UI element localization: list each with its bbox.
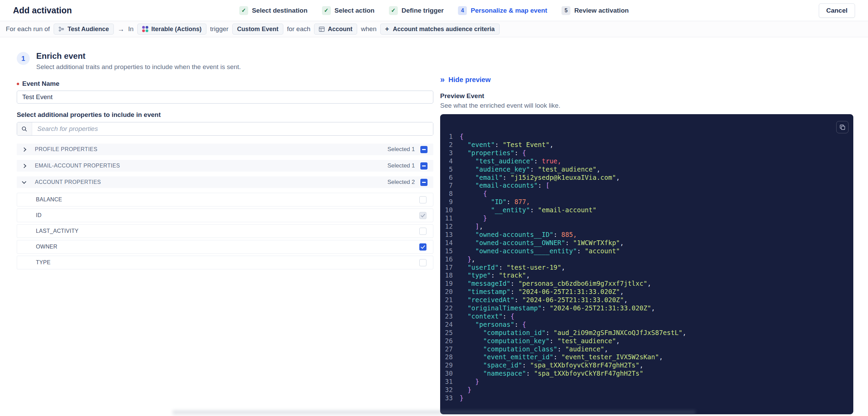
audience-chip[interactable]: Test Audience	[54, 24, 114, 35]
line-number: 8	[440, 190, 460, 198]
code-line: 8 {	[440, 190, 853, 198]
code-line: 15 "owned-accounts____entity": "account"	[440, 247, 853, 255]
line-number: 16	[440, 255, 460, 264]
group-checkbox-indeterminate[interactable]	[420, 162, 428, 170]
checkbox-last-activity[interactable]	[419, 228, 426, 235]
trigger-chip[interactable]: Custom Event	[232, 24, 283, 35]
step-one-badge: 1	[17, 52, 30, 65]
line-number: 2	[440, 141, 460, 149]
code-line: 18 "type": "track",	[440, 271, 853, 280]
step-select-destination[interactable]: ✓ Select destination	[239, 6, 308, 15]
copy-button[interactable]	[836, 121, 849, 133]
destination-chip[interactable]: Iterable (Actions)	[137, 24, 206, 35]
step-label: Define trigger	[402, 7, 444, 14]
iterable-icon	[142, 26, 148, 32]
code-line: 10 "__entity": "email-account"	[440, 206, 853, 214]
line-number: 26	[440, 337, 460, 345]
audience-icon	[58, 26, 65, 32]
line-number: 13	[440, 231, 460, 239]
line-number: 29	[440, 361, 460, 370]
step-define-trigger[interactable]: ✓ Define trigger	[389, 6, 444, 15]
chevron-down-icon	[22, 179, 26, 184]
code-line: 11 }	[440, 214, 853, 223]
section-subtitle: Select additional traits and properties …	[36, 63, 241, 71]
line-number: 15	[440, 247, 460, 255]
code-line: 1{	[440, 133, 853, 141]
step-number-badge: 4	[458, 6, 467, 15]
topbar: Add activation ✓ Select destination ✓ Se…	[0, 0, 868, 21]
step-review-activation[interactable]: 5 Review activation	[561, 6, 628, 15]
checkbox-balance[interactable]	[419, 196, 426, 203]
step-label: Review activation	[574, 7, 628, 14]
code-line: 3 "properties": {	[440, 149, 853, 157]
preview-title: Preview Event	[440, 92, 853, 100]
property-label: BALANCE	[36, 197, 62, 203]
line-number: 25	[440, 329, 460, 337]
stepper: ✓ Select destination ✓ Select action ✓ D…	[239, 0, 629, 21]
context-text-for-each: for each	[287, 25, 311, 33]
checkbox-owner[interactable]	[419, 243, 426, 251]
code-line: 26 "computation_key": "test_audience",	[440, 337, 853, 345]
step-number-badge: 5	[561, 6, 570, 15]
code-line: 32 }	[440, 386, 853, 394]
preview-panel: » Hide preview Preview Event See what th…	[440, 37, 853, 414]
property-row-last-activity: LAST_ACTIVITY	[17, 224, 433, 238]
group-checkbox-indeterminate[interactable]	[420, 146, 428, 153]
property-row-owner: OWNER	[17, 240, 433, 254]
code-line: 5 "audience_key": "test_audience",	[440, 165, 853, 174]
line-number: 28	[440, 353, 460, 361]
section-title: Enrich event	[36, 51, 241, 61]
search-input[interactable]	[32, 122, 433, 135]
line-number: 9	[440, 198, 460, 206]
property-row-id: ID	[17, 209, 433, 222]
line-number: 30	[440, 370, 460, 378]
cancel-button[interactable]: Cancel	[819, 3, 855, 18]
hide-preview-link[interactable]: » Hide preview	[440, 76, 491, 84]
criteria-chip[interactable]: + Account matches audience criteria	[380, 24, 500, 35]
chevron-right-icon	[22, 147, 26, 152]
main-content: 1 Enrich event Select additional traits …	[0, 37, 868, 414]
destination-chip-label: Iterable (Actions)	[151, 26, 202, 33]
group-row-account-properties[interactable]: ACCOUNT PROPERTIES Selected 2	[17, 176, 433, 188]
line-number: 11	[440, 214, 460, 223]
step-select-action[interactable]: ✓ Select action	[322, 6, 375, 15]
context-bar: For each run of Test Audience → In Itera…	[0, 21, 868, 37]
group-label: PROFILE PROPERTIES	[35, 146, 388, 152]
line-number: 21	[440, 296, 460, 304]
code-line: 13 "owned-accounts__ID": 885,	[440, 231, 853, 239]
group-row-email-account-properties[interactable]: EMAIL-ACCOUNT PROPERTIES Selected 1	[17, 160, 433, 172]
checkbox-type[interactable]	[419, 259, 426, 266]
code-line: 20 "timestamp": "2024-06-25T21:31:33.020…	[440, 288, 853, 296]
hide-preview-label: Hide preview	[448, 76, 490, 84]
step-personalize-map-event[interactable]: 4 Personalize & map event	[458, 6, 547, 15]
required-dot-icon	[17, 83, 19, 85]
group-checkbox-indeterminate[interactable]	[420, 179, 428, 186]
search-icon-cell	[17, 122, 32, 135]
context-text-in: In	[128, 25, 134, 33]
code-line: 4 "test_audience": true,	[440, 157, 853, 165]
code-line: 19 "messageId": "personas_cb6zdbo6im9g7x…	[440, 280, 853, 288]
code-line: 16 },	[440, 255, 853, 264]
search-icon	[22, 126, 27, 132]
code-line: 25 "computation_id": "aud_2iO9m2gSFmJNXC…	[440, 329, 853, 337]
enrich-step-header: 1 Enrich event Select additional traits …	[17, 51, 433, 71]
properties-search	[17, 122, 433, 136]
group-row-profile-properties[interactable]: PROFILE PROPERTIES Selected 1	[17, 144, 433, 155]
line-number: 31	[440, 378, 460, 386]
selected-count: Selected 1	[388, 146, 415, 153]
code-line: 14 "owned-accounts__OWNER": "1WCWrTXfkp"…	[440, 239, 853, 247]
property-label: LAST_ACTIVITY	[36, 228, 79, 234]
trigger-chip-label: Custom Event	[237, 26, 279, 33]
line-number: 32	[440, 386, 460, 394]
event-name-input[interactable]	[17, 91, 433, 104]
step-label: Personalize & map event	[471, 7, 547, 14]
account-chip[interactable]: Account	[314, 24, 357, 35]
line-number: 10	[440, 206, 460, 214]
code-line: 33}	[440, 394, 853, 402]
code-content: 1{2 "event": "Test Event",3 "properties"…	[440, 114, 853, 402]
line-number: 27	[440, 345, 460, 353]
checkbox-id[interactable]	[419, 212, 426, 219]
property-label: ID	[36, 212, 42, 218]
code-line: 23 "context": {	[440, 312, 853, 321]
copy-icon	[840, 124, 845, 130]
